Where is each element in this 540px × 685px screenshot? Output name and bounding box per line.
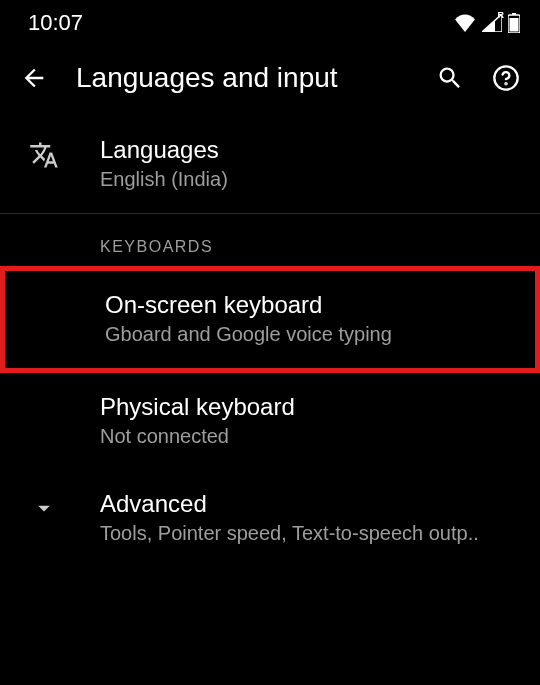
app-bar: Languages and input	[0, 44, 540, 116]
signal-icon: R	[482, 14, 502, 32]
status-time: 10:07	[28, 10, 83, 36]
physical-keyboard-item[interactable]: Physical keyboard Not connected	[0, 373, 540, 470]
status-icons: R	[454, 13, 520, 33]
wifi-icon	[454, 14, 476, 32]
physical-keyboard-subtitle: Not connected	[100, 425, 516, 448]
languages-item[interactable]: Languages English (India)	[0, 116, 540, 213]
onscreen-keyboard-title: On-screen keyboard	[105, 291, 511, 319]
physical-keyboard-title: Physical keyboard	[100, 393, 516, 421]
search-icon[interactable]	[436, 64, 464, 92]
advanced-subtitle: Tools, Pointer speed, Text-to-speech out…	[100, 522, 516, 545]
onscreen-keyboard-subtitle: Gboard and Google voice typing	[105, 323, 511, 346]
battery-icon	[508, 13, 520, 33]
translate-icon	[29, 140, 59, 170]
languages-subtitle: English (India)	[100, 168, 516, 191]
keyboards-section-header: KEYBOARDS	[0, 214, 540, 266]
chevron-down-icon	[30, 494, 58, 522]
svg-rect-1	[512, 13, 516, 15]
page-title: Languages and input	[76, 62, 408, 94]
advanced-title: Advanced	[100, 490, 516, 518]
help-icon[interactable]	[492, 64, 520, 92]
advanced-item[interactable]: Advanced Tools, Pointer speed, Text-to-s…	[0, 470, 540, 567]
svg-rect-2	[510, 18, 519, 32]
svg-point-4	[505, 83, 506, 84]
onscreen-keyboard-item[interactable]: On-screen keyboard Gboard and Google voi…	[0, 266, 540, 373]
back-icon[interactable]	[20, 64, 48, 92]
languages-title: Languages	[100, 136, 516, 164]
status-bar: 10:07 R	[0, 0, 540, 44]
